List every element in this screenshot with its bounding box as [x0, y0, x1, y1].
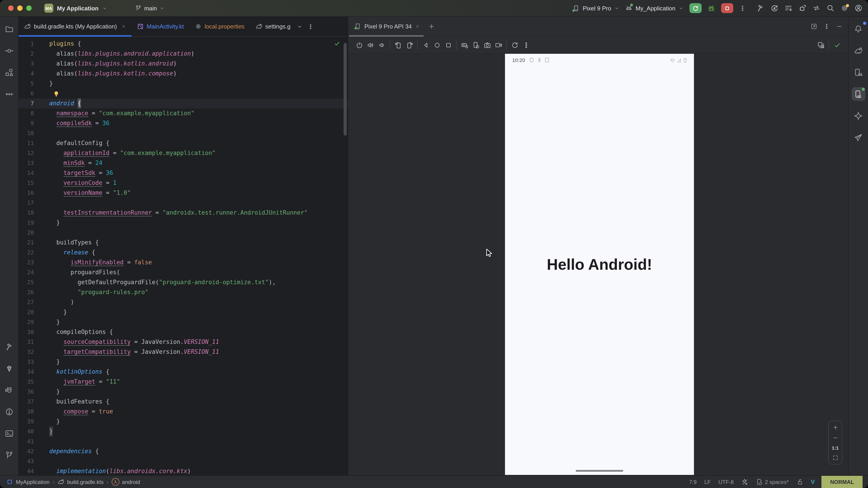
code-line-23[interactable]: 23 isMinifyEnabled = false [19, 258, 348, 267]
gemini-icon[interactable] [851, 109, 865, 123]
notifications-icon[interactable] [851, 22, 865, 36]
breadcrumb-item[interactable]: MyApplication [6, 479, 50, 485]
zoom-out-icon[interactable] [832, 435, 838, 441]
editor-tab-1[interactable]: build.gradle.kts (My Application) [19, 17, 131, 36]
task-list-icon[interactable] [784, 4, 793, 12]
code-line-42[interactable]: 42dependencies { [19, 447, 348, 456]
battery-icon[interactable] [683, 58, 688, 63]
device-manager-icon[interactable] [851, 66, 865, 79]
code-line-8[interactable]: 8 namespace = "com.example.myapplication… [19, 108, 348, 119]
sync-icon[interactable] [770, 4, 778, 12]
version-control-icon[interactable] [2, 448, 16, 462]
layout-inspector-icon[interactable] [817, 41, 825, 48]
search-icon[interactable] [827, 4, 835, 12]
new-tab-icon[interactable] [428, 23, 435, 30]
signal-icon[interactable] [676, 58, 681, 63]
fit-to-window-icon[interactable] [832, 455, 838, 461]
code-line-38[interactable]: 38 compose = true [19, 407, 348, 417]
project-widget[interactable]: MA My Application [44, 4, 107, 13]
gradle-icon[interactable] [851, 44, 865, 57]
inspection-status-icon[interactable] [334, 40, 340, 47]
code-line-16[interactable]: 16 versionName = "1.0" [19, 188, 348, 198]
code-line-14[interactable]: 14 targetSdk = 36 [19, 168, 348, 178]
health-check-icon[interactable] [833, 41, 841, 48]
editor-tab-3[interactable]: local.properties [189, 17, 250, 36]
stop-button[interactable] [721, 3, 733, 13]
build-icon[interactable] [2, 340, 16, 353]
update-project-icon[interactable] [812, 4, 820, 12]
code-editor[interactable]: 1plugins {2 alias(libs.plugins.android.a… [19, 37, 348, 475]
problems-icon[interactable] [2, 405, 16, 418]
vcs-branch-widget[interactable]: main [135, 5, 164, 11]
overview-icon[interactable] [445, 41, 452, 48]
close-window-button[interactable] [8, 5, 13, 11]
vim-mode-badge[interactable]: NORMAL [822, 476, 863, 488]
screen-record-icon[interactable] [495, 41, 502, 48]
line-separator-widget[interactable]: LF [704, 479, 711, 485]
shield-icon[interactable] [529, 57, 534, 63]
zoom-window-button[interactable] [26, 5, 32, 11]
snapshots-icon[interactable] [511, 41, 518, 48]
code-line-15[interactable]: 15 versionCode = 1 [19, 178, 348, 188]
terminal-icon[interactable] [2, 427, 16, 440]
zoom-ratio-button[interactable]: 1:1 [832, 445, 839, 451]
code-line-22[interactable]: 22 release { [19, 248, 348, 258]
caret-position-widget[interactable]: 7:9 [689, 479, 697, 485]
profiler-icon[interactable] [798, 4, 807, 12]
editor-tab-2[interactable]: MainActivity.kt [131, 17, 189, 36]
editor-scrollbar[interactable] [344, 43, 347, 135]
device-screen[interactable]: 10:20 Hello Android! [505, 54, 694, 475]
profile-pin-icon[interactable] [536, 57, 542, 63]
code-line-29[interactable]: 29 } [19, 317, 348, 327]
code-line-39[interactable]: 39 } [19, 417, 348, 427]
a-badge-icon[interactable] [544, 57, 550, 63]
hardware-input-icon[interactable] [461, 41, 468, 48]
wifi-icon[interactable] [670, 58, 675, 63]
code-line-27[interactable]: 27 ) [19, 297, 348, 307]
code-line-3[interactable]: 3 alias(libs.plugins.kotlin.android) [19, 59, 348, 69]
screenshot-icon[interactable] [484, 41, 491, 48]
code-line-44[interactable]: 44 implementation(libs.androidx.core.ktx… [19, 466, 348, 475]
code-line-19[interactable]: 19 } [19, 218, 348, 228]
back-icon[interactable] [422, 41, 429, 48]
code-line-1[interactable]: 1plugins { [19, 39, 348, 49]
rerun-button[interactable] [689, 3, 702, 13]
emulator-tab[interactable]: Pixel 9 Pro API 34 [348, 17, 425, 36]
code-line-43[interactable]: 43 [19, 456, 348, 466]
settings-icon[interactable] [840, 4, 848, 12]
code-line-33[interactable]: 33 } [19, 357, 348, 367]
ideavim-icon[interactable]: V [811, 479, 815, 485]
code-line-26[interactable]: 26 "proguard-rules.pro" [19, 287, 348, 297]
minimize-window-button[interactable] [17, 5, 23, 11]
logcat-icon[interactable] [2, 383, 16, 397]
running-devices-icon[interactable] [851, 87, 865, 101]
code-line-24[interactable]: 24 proguardFiles( [19, 267, 348, 278]
close-icon[interactable] [415, 24, 420, 29]
commit-icon[interactable] [2, 44, 16, 57]
run-configuration-selector[interactable]: My_Application [625, 4, 684, 12]
quickfix-bulb-icon[interactable] [53, 90, 60, 97]
code-line-20[interactable]: 20 [19, 228, 348, 238]
code-line-30[interactable]: 30 compileOptions { [19, 327, 348, 337]
code-line-34[interactable]: 34 kotlinOptions { [19, 367, 348, 377]
ai-assistant-off-icon[interactable] [741, 479, 748, 485]
phone-navigation-handle[interactable] [576, 470, 623, 472]
code-line-5[interactable]: 5} [19, 78, 348, 89]
code-line-41[interactable]: 41 [19, 436, 348, 447]
code-line-37[interactable]: 37 buildFeatures { [19, 397, 348, 407]
chevron-down-icon[interactable] [297, 23, 303, 30]
code-line-11[interactable]: 11 defaultConfig { [19, 138, 348, 148]
code-line-12[interactable]: 12 applicationId = "com.example.myapplic… [19, 148, 348, 158]
device-settings-icon[interactable] [472, 41, 479, 48]
code-line-17[interactable]: 17 [19, 198, 348, 208]
code-line-25[interactable]: 25 getDefaultProguardFile("proguard-andr… [19, 278, 348, 287]
code-line-2[interactable]: 2 alias(libs.plugins.android.application… [19, 49, 348, 59]
code-line-31[interactable]: 31 sourceCompatibility = JavaVersion.VER… [19, 337, 348, 347]
editor-tab-4[interactable]: settings.g [250, 17, 296, 36]
code-line-40[interactable]: 40} [19, 427, 348, 436]
encoding-widget[interactable]: UTF-8 [718, 479, 734, 485]
zoom-in-icon[interactable] [832, 424, 838, 431]
code-line-32[interactable]: 32 targetCompatibility = JavaVersion.VER… [19, 347, 348, 357]
rotate-left-icon[interactable] [395, 41, 402, 48]
device-selector[interactable]: Pixel 9 Pro [573, 5, 619, 11]
